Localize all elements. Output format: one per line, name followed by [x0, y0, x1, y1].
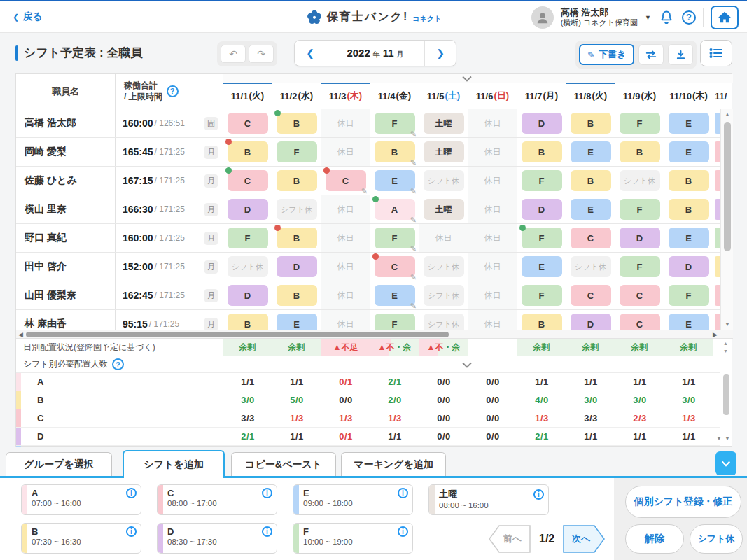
shift-chip[interactable]: シフト休 — [424, 285, 464, 306]
shift-chip[interactable]: D — [669, 256, 709, 277]
clear-button[interactable]: 解除 — [625, 524, 684, 554]
shift-cell[interactable]: 休日 — [321, 310, 370, 330]
shift-cell[interactable]: E — [272, 310, 321, 330]
summary-scroll-thumb[interactable] — [723, 374, 729, 415]
shift-cell[interactable]: F — [517, 224, 566, 252]
shift-chip[interactable]: C — [571, 227, 611, 248]
date-header-cell[interactable]: 11/4(金) — [370, 83, 419, 108]
shift-cell[interactable]: B — [517, 138, 566, 166]
shift-chip[interactable]: F — [375, 113, 415, 134]
shift-cell[interactable]: B — [223, 138, 272, 166]
shift-chip[interactable]: B — [277, 227, 317, 248]
shift-card-C[interactable]: Ci08:00 ~ 17:00 — [157, 484, 277, 515]
shift-chip[interactable]: B — [277, 113, 317, 134]
shift-cell[interactable]: 休日 — [321, 253, 370, 281]
shift-chip[interactable]: F — [620, 199, 660, 220]
tab-4[interactable]: マーキングを追加 — [341, 452, 446, 476]
shift-cell[interactable]: D — [615, 224, 664, 252]
download-button[interactable] — [668, 44, 693, 65]
horizontal-scrollbar[interactable]: ◀ ▶ — [16, 330, 733, 339]
shift-chip[interactable]: D — [228, 199, 268, 220]
redo-button[interactable]: ↷ — [249, 45, 274, 63]
tab-3[interactable]: コピー&ペースト — [231, 452, 336, 476]
next-page-button[interactable]: 次へ — [563, 525, 605, 553]
shift-chip[interactable]: C — [326, 170, 366, 191]
shift-chip[interactable]: E — [571, 141, 611, 162]
shift-chip[interactable]: E — [277, 314, 317, 330]
summary-scroll-up-icon[interactable]: ▲ — [723, 341, 728, 346]
shift-cell[interactable]: D — [517, 109, 566, 137]
shift-cell[interactable]: D — [664, 253, 713, 281]
shift-off-button[interactable]: シフト休 — [690, 524, 743, 554]
vertical-scrollbar[interactable]: ▲ ▼ — [720, 109, 733, 330]
shift-cell[interactable]: E✎ — [370, 167, 419, 195]
shift-cell[interactable]: 休日 — [468, 224, 517, 252]
shift-cell[interactable]: 休日 — [468, 109, 517, 137]
shift-cell[interactable]: C — [615, 281, 664, 309]
shift-card-D[interactable]: Di08:30 ~ 17:30 — [157, 523, 277, 554]
shift-cell[interactable]: F — [615, 195, 664, 223]
shift-chip[interactable]: F — [228, 227, 268, 248]
scroll-up-icon[interactable]: ▲ — [725, 111, 730, 118]
shift-cell[interactable]: B — [664, 195, 713, 223]
shift-chip[interactable]: B — [571, 170, 611, 191]
shift-chip[interactable]: D — [522, 113, 562, 134]
shift-chip[interactable]: F — [277, 141, 317, 162]
user-name-block[interactable]: 高橋 浩太郎 (横断) コネクト保育園 — [561, 7, 638, 28]
shift-chip[interactable]: E — [669, 113, 709, 134]
shift-cell[interactable]: 休日 — [468, 167, 517, 195]
shift-chip[interactable]: D — [522, 199, 562, 220]
shift-chip[interactable]: B — [522, 314, 562, 330]
shift-cell[interactable]: D — [223, 281, 272, 309]
shift-chip[interactable]: E — [375, 285, 415, 306]
date-header-cell[interactable]: 11/3(木) — [321, 83, 370, 108]
shift-cell[interactable]: 休日 — [321, 224, 370, 252]
shift-chip[interactable]: B — [277, 170, 317, 191]
shift-chip[interactable]: 土曜 — [424, 199, 464, 220]
shift-cell[interactable]: C — [566, 281, 615, 309]
summary-scroll-down-icon[interactable]: ▼ — [723, 349, 728, 354]
shift-chip[interactable]: シフト休 — [424, 314, 464, 330]
shift-chip[interactable]: B — [571, 113, 611, 134]
shift-chip[interactable]: F — [620, 113, 660, 134]
draft-button[interactable]: ✎ 下書き — [579, 44, 634, 65]
prev-page-button[interactable]: 前へ — [489, 525, 531, 553]
individual-shift-register-button[interactable]: 個別シフト登録・修正 — [625, 486, 741, 518]
shift-cell[interactable]: E — [664, 138, 713, 166]
sync-button[interactable] — [638, 44, 664, 65]
info-icon[interactable]: i — [533, 489, 544, 500]
shift-chip[interactable]: D — [571, 314, 611, 330]
shift-cell[interactable]: 休日 — [321, 195, 370, 223]
shift-cell[interactable]: E — [664, 109, 713, 137]
shift-cell[interactable]: E✎ — [370, 281, 419, 309]
shift-cell[interactable]: C — [223, 167, 272, 195]
shift-cell[interactable]: E — [664, 224, 713, 252]
shift-chip[interactable]: 土曜 — [424, 113, 464, 134]
shift-chip[interactable]: B — [277, 285, 317, 306]
shift-cell[interactable]: F — [517, 167, 566, 195]
shift-cell[interactable]: B — [566, 167, 615, 195]
shift-cell[interactable]: 休日 — [468, 253, 517, 281]
shift-cell[interactable]: B✎ — [370, 138, 419, 166]
collapse-dates-chevron-icon[interactable] — [461, 76, 473, 82]
date-header-cell[interactable]: 11/10(木) — [664, 83, 713, 108]
shift-cell[interactable]: F — [664, 281, 713, 309]
shift-cell[interactable]: C✎ — [370, 253, 419, 281]
shift-cell[interactable]: F — [370, 310, 419, 330]
shift-cell[interactable]: シフト休 — [419, 281, 468, 309]
shift-chip[interactable]: シフト休 — [424, 256, 464, 277]
info-icon[interactable]: i — [398, 488, 408, 498]
shift-cell[interactable]: E — [664, 310, 713, 330]
shift-card-F[interactable]: Fi10:00 ~ 19:00 — [293, 523, 413, 554]
prev-month-button[interactable]: ❮ — [295, 48, 326, 59]
shift-cell[interactable]: B — [223, 310, 272, 330]
shift-cell[interactable]: F — [615, 253, 664, 281]
shift-cell[interactable]: D — [517, 195, 566, 223]
shift-chip[interactable]: E — [669, 141, 709, 162]
shift-cell[interactable]: F — [223, 224, 272, 252]
shift-chip[interactable]: C — [620, 314, 660, 330]
shift-cell[interactable]: F✎ — [370, 224, 419, 252]
shift-cell[interactable]: 休日 — [468, 195, 517, 223]
shift-cell[interactable]: C — [615, 310, 664, 330]
shift-cell[interactable]: シフト休 — [419, 253, 468, 281]
